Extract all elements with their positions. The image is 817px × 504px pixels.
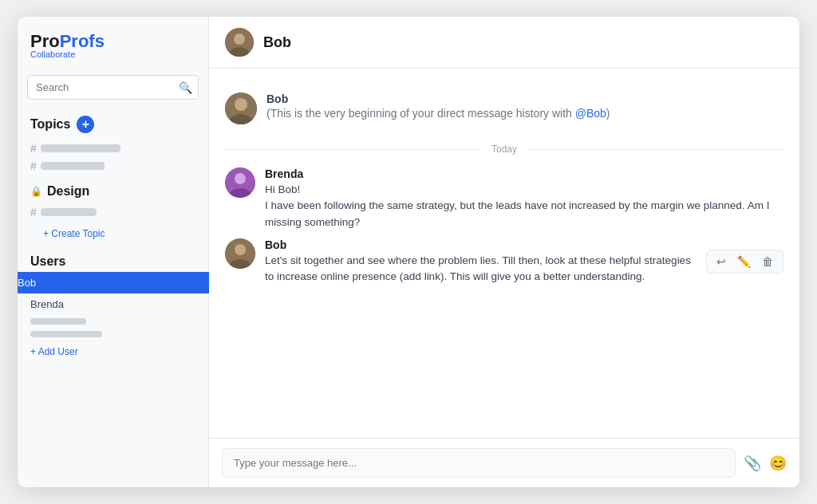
sidebar: ProProfs Collaborate 🔍 Topics + # # xyxy=(18,17,209,487)
history-message: Bob (This is the very beginning of your … xyxy=(209,69,799,140)
topics-section: Topics + # # xyxy=(18,109,208,178)
brenda-name: Brenda xyxy=(265,167,783,180)
bob-avatar xyxy=(225,238,255,269)
bob-text: Let's sit together and see where the pro… xyxy=(265,253,697,285)
message-group: Brenda Hi Bob!I have been following the … xyxy=(209,158,799,302)
chat-recipient-name: Bob xyxy=(263,34,291,51)
bob-message-content: Bob Let's sit together and see where the… xyxy=(265,238,697,285)
divider-line-left xyxy=(225,149,482,150)
message-row-brenda: Brenda Hi Bob!I have been following the … xyxy=(225,167,783,230)
main-chat: Bob Bob (This is the very beginning of y… xyxy=(209,17,799,487)
users-section: Users xyxy=(18,246,208,272)
svg-point-1 xyxy=(234,33,245,45)
header-avatar xyxy=(225,28,254,57)
add-user-button[interactable]: + Add User xyxy=(18,343,91,360)
history-text: (This is the very beginning of your dire… xyxy=(266,107,610,120)
hash-icon-2: # xyxy=(30,159,37,172)
divider-line-right xyxy=(527,149,783,150)
chat-header: Bob xyxy=(209,17,799,69)
hash-icon-1: # xyxy=(30,142,37,155)
message-actions: ↩ ✏️ 🗑 xyxy=(706,250,783,274)
svg-point-4 xyxy=(235,98,247,111)
history-sender-name: Bob xyxy=(266,93,610,105)
svg-point-7 xyxy=(235,173,246,184)
channel-bar-1 xyxy=(41,144,120,152)
brenda-avatar xyxy=(225,167,255,198)
message-row-bob: Bob Let's sit together and see where the… xyxy=(225,238,783,285)
history-mention: @Bob xyxy=(575,107,606,120)
brenda-text: Hi Bob!I have been following the same st… xyxy=(265,182,783,230)
create-topic-button[interactable]: + Create Topic xyxy=(30,226,118,241)
design-channel-item[interactable]: # xyxy=(30,203,195,221)
chat-messages: Bob (This is the very beginning of your … xyxy=(209,69,799,438)
channel-item-1[interactable]: # xyxy=(30,140,195,157)
edit-button[interactable]: ✏️ xyxy=(734,254,754,270)
user-item-brenda[interactable]: Brenda xyxy=(18,293,208,315)
brenda-message-content: Brenda Hi Bob!I have been following the … xyxy=(265,167,783,230)
channel-bar-3 xyxy=(41,208,97,216)
search-box: 🔍 xyxy=(27,75,199,100)
delete-button[interactable]: 🗑 xyxy=(759,254,776,270)
attachment-icon[interactable]: 📎 xyxy=(744,455,761,472)
svg-point-10 xyxy=(235,244,246,255)
logo: ProProfs Collaborate xyxy=(18,17,208,69)
channel-bar-2 xyxy=(41,162,105,170)
reply-button[interactable]: ↩ xyxy=(713,254,729,270)
hash-icon-3: # xyxy=(30,206,37,219)
user-item-bob[interactable]: Bob xyxy=(18,272,221,293)
lock-icon: 🔒 xyxy=(30,186,42,197)
logo-collaborate: Collaborate xyxy=(30,49,195,59)
search-icon: 🔍 xyxy=(179,81,192,94)
app-window: ProProfs Collaborate 🔍 Topics + # # xyxy=(18,17,799,487)
bob-name: Bob xyxy=(265,238,697,251)
emoji-icon[interactable]: 😊 xyxy=(769,455,787,472)
channel-item-2[interactable]: # xyxy=(30,157,195,175)
user-bar-1 xyxy=(30,318,86,325)
design-label: Design xyxy=(47,184,89,199)
design-section: 🔒 Design # xyxy=(18,178,208,224)
add-topic-button[interactable]: + xyxy=(77,116,94,133)
message-input[interactable] xyxy=(222,448,736,478)
chat-input-area: 📎 😊 xyxy=(209,438,799,487)
topics-label: Topics xyxy=(30,117,70,132)
search-input[interactable] xyxy=(27,75,199,100)
history-avatar xyxy=(225,93,257,124)
users-label: Users xyxy=(30,254,65,268)
date-divider: Today xyxy=(209,144,799,155)
user-bar-2 xyxy=(30,331,102,337)
divider-label: Today xyxy=(482,144,527,155)
